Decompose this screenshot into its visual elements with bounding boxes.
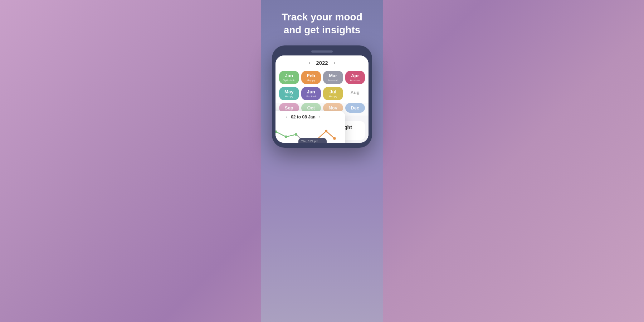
year-nav: ‹ 2022 › <box>275 55 369 69</box>
phone-screen: ‹ 2022 › Jan Optimistic Feb Happy Mar Ne… <box>275 55 369 143</box>
svg-point-2 <box>295 133 297 136</box>
center-panel: Track your mood and get insights ‹ 2022 … <box>261 0 383 322</box>
month-grid-row2: May Happy Jun Excited Jul Happy Aug <box>275 87 369 103</box>
month-jan[interactable]: Jan Optimistic <box>279 71 299 84</box>
month-apr[interactable]: Apr Anxious <box>345 71 365 84</box>
chart-nav: ‹ 02 to 08 Jan › <box>275 114 341 119</box>
headline: Track your mood and get insights <box>274 11 370 37</box>
year-label: 2022 <box>316 60 328 66</box>
phone-notch <box>275 50 369 53</box>
month-grid-row1: Jan Optimistic Feb Happy Mar Neutral Apr… <box>275 69 369 87</box>
year-prev-btn[interactable]: ‹ <box>309 60 311 65</box>
phone-frame: ‹ 2022 › Jan Optimistic Feb Happy Mar Ne… <box>272 45 372 148</box>
month-jul[interactable]: Jul Happy <box>323 87 343 100</box>
tooltip-time: Thu, 9:22 pm <box>301 140 324 143</box>
chart-prev-btn[interactable]: ‹ <box>286 114 287 119</box>
year-next-btn[interactable]: › <box>334 60 336 65</box>
headline-line2: and get insights <box>284 24 361 35</box>
month-mar[interactable]: Mar Neutral <box>323 71 343 84</box>
phone-speaker <box>311 50 333 53</box>
chart-area: 🙂 😟 <box>275 122 340 143</box>
chart-tooltip: Thu, 9:22 pm Very Anxious <box>298 138 327 143</box>
svg-point-1 <box>285 135 287 138</box>
month-dec[interactable]: Dec <box>345 103 365 113</box>
month-aug[interactable]: Aug <box>345 87 365 100</box>
chart-date-range: 02 to 08 Jan <box>291 114 316 119</box>
month-jun[interactable]: Jun Excited <box>301 87 321 100</box>
month-may[interactable]: May Happy <box>279 87 299 100</box>
headline-line1: Track your mood <box>282 11 362 23</box>
svg-point-5 <box>325 130 327 132</box>
month-feb[interactable]: Feb Happy <box>301 71 321 84</box>
svg-point-6 <box>333 137 336 140</box>
chart-next-btn[interactable]: › <box>319 114 321 119</box>
chart-card: ‹ 02 to 08 Jan › 🙂 😟 <box>275 111 345 143</box>
